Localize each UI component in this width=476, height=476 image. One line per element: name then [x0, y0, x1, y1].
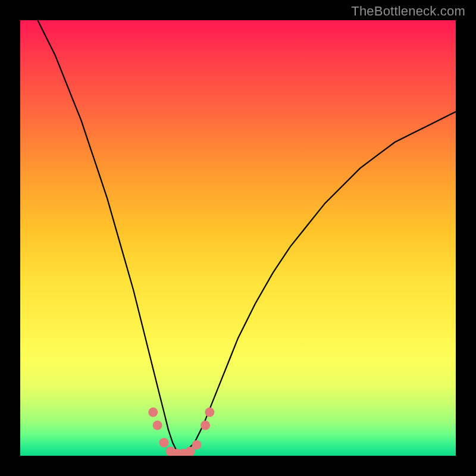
highlight-dot: [205, 408, 214, 417]
bottleneck-curve: [37, 20, 456, 456]
curve-path: [37, 20, 456, 456]
highlight-dot: [153, 421, 162, 430]
highlight-dots: [148, 408, 214, 456]
highlight-dot: [148, 408, 158, 417]
chart-frame: TheBottleneck.com: [0, 0, 476, 476]
highlight-dot: [201, 421, 210, 430]
curve-layer: [20, 20, 456, 456]
highlight-dot: [192, 440, 202, 450]
watermark-text: TheBottleneck.com: [351, 4, 465, 19]
highlight-dot: [159, 438, 169, 447]
plot-area: [20, 20, 456, 456]
